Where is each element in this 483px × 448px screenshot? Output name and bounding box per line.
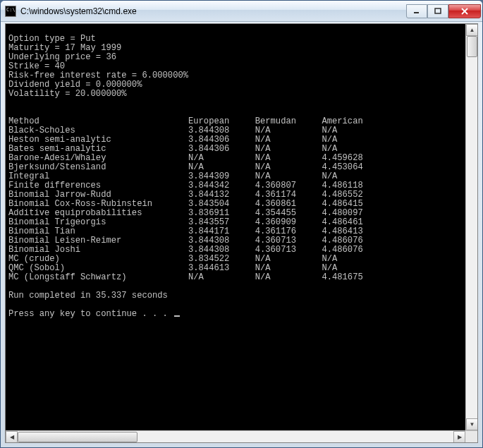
scrollbar-corner	[465, 431, 477, 443]
horizontal-scroll-track[interactable]	[18, 431, 453, 442]
maximize-button[interactable]	[427, 4, 448, 18]
titlebar[interactable]: C:\windows\system32\cmd.exe	[1, 1, 482, 22]
vertical-scroll-thumb[interactable]	[467, 36, 477, 57]
window-controls	[406, 4, 481, 18]
scroll-up-button[interactable]: ▲	[466, 24, 477, 36]
close-button[interactable]	[448, 4, 481, 18]
minimize-icon	[413, 8, 420, 15]
horizontal-scroll-thumb[interactable]	[18, 432, 137, 442]
console-area: Option type = Put Maturity = 17 May 1999…	[6, 24, 477, 430]
cursor	[174, 315, 180, 317]
svg-rect-1	[435, 8, 441, 13]
cmd-window: C:\windows\system32\cmd.exe Option type …	[0, 0, 483, 448]
scroll-left-button[interactable]: ◀	[6, 431, 18, 443]
horizontal-scrollbar[interactable]: ◀ ▶	[6, 430, 477, 442]
close-icon	[460, 8, 469, 15]
cmd-icon	[5, 6, 16, 17]
maximize-icon	[434, 8, 441, 15]
client-area: Option type = Put Maturity = 17 May 1999…	[5, 23, 478, 443]
vertical-scrollbar[interactable]: ▲ ▼	[465, 24, 477, 430]
scroll-right-button[interactable]: ▶	[453, 431, 465, 443]
scroll-down-button[interactable]: ▼	[466, 418, 477, 430]
console-output[interactable]: Option type = Put Maturity = 17 May 1999…	[6, 24, 465, 430]
minimize-button[interactable]	[406, 4, 427, 18]
window-title: C:\windows\system32\cmd.exe	[20, 6, 406, 16]
